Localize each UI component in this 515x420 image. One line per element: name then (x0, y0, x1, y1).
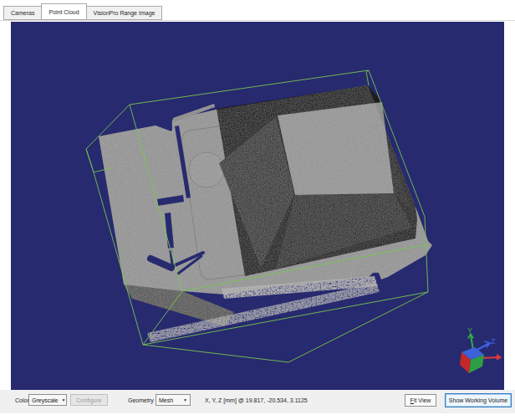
geometry-dropdown-value: Mesh (159, 397, 173, 403)
geometry-label: Geometry (128, 397, 154, 403)
chevron-down-icon: ▼ (62, 397, 66, 402)
configure-button[interactable]: Configure (70, 394, 108, 406)
point-cloud-viewer-window: Cameras Point Cloud VisionPro Range Imag… (0, 0, 515, 420)
chevron-down-icon: ▼ (183, 397, 187, 402)
geometry-dropdown[interactable]: Mesh ▼ (156, 394, 191, 406)
fit-view-button[interactable]: Fit View (405, 394, 436, 407)
point-cloud-scene: Y Z X (11, 22, 504, 390)
cursor-coordinates-readout: X, Y, Z [mm] @ 19.817, -20.534, 3.1125 (205, 397, 308, 403)
color-label: Color (15, 397, 29, 403)
color-dropdown[interactable]: Greyscale ▼ (28, 394, 67, 406)
fit-view-label-rest: it View (414, 397, 431, 403)
show-working-volume-label: Show Working Volume (449, 397, 507, 403)
point-cloud-3d-viewport[interactable]: Y Z X (11, 22, 504, 390)
show-working-volume-button[interactable]: Show Working Volume (445, 393, 512, 407)
tabstrip-divider (0, 20, 515, 21)
x-axis-label: X (503, 354, 504, 362)
z-axis-label: Z (491, 337, 496, 346)
tab-cameras[interactable]: Cameras (3, 6, 42, 20)
tab-point-cloud[interactable]: Point Cloud (41, 3, 86, 20)
tab-visionpro-range-image[interactable]: VisionPro Range Image (86, 6, 163, 20)
tab-bar: Cameras Point Cloud VisionPro Range Imag… (3, 3, 161, 20)
color-dropdown-value: Greyscale (32, 397, 59, 403)
y-axis-label: Y (467, 326, 472, 335)
viewer-toolbar: Color Greyscale ▼ Configure Geometry Mes… (0, 390, 515, 413)
configure-button-label: Configure (76, 397, 101, 403)
